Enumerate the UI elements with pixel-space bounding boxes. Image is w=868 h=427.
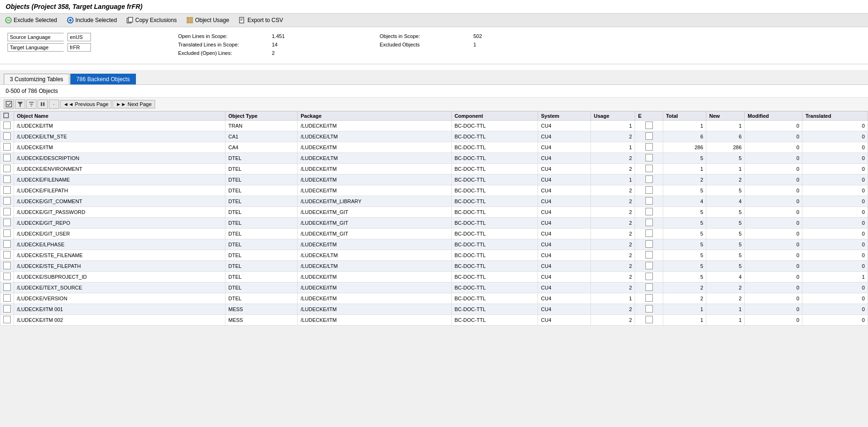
row-excluded-cell[interactable] bbox=[635, 131, 663, 142]
row-checkbox-cell[interactable] bbox=[0, 293, 14, 304]
table-row[interactable]: /LUDECKE/ITM 002MESS/LUDECKE/ITMBC-DOC-T… bbox=[0, 315, 868, 326]
row-excluded-cell[interactable] bbox=[635, 293, 663, 304]
row-excluded-cell[interactable] bbox=[635, 229, 663, 239]
table-row[interactable]: /LUDECKE/ITMCA4/LUDECKE/ITMBC-DOC-TTLCU4… bbox=[0, 142, 868, 153]
row-checkbox[interactable] bbox=[3, 122, 11, 129]
table-row[interactable]: /LUDECKE/GIT_COMMENTDTEL/LUDECKE/ITM_LIB… bbox=[0, 196, 868, 207]
excluded-checkbox[interactable] bbox=[645, 262, 653, 269]
row-checkbox[interactable] bbox=[3, 165, 11, 172]
row-excluded-cell[interactable] bbox=[635, 250, 663, 261]
row-excluded-cell[interactable] bbox=[635, 304, 663, 315]
row-excluded-cell[interactable] bbox=[635, 282, 663, 293]
excluded-checkbox[interactable] bbox=[645, 251, 653, 259]
row-excluded-cell[interactable] bbox=[635, 218, 663, 229]
excluded-checkbox[interactable] bbox=[645, 283, 653, 291]
row-excluded-cell[interactable] bbox=[635, 121, 663, 131]
table-row[interactable]: /LUDECKE/ITMTRAN/LUDECKE/ITMBC-DOC-TTLCU… bbox=[0, 121, 868, 131]
table-filter2-btn[interactable] bbox=[26, 99, 37, 109]
table-row[interactable]: /LUDECKE/GIT_REPODTEL/LUDECKE/ITM_GITBC-… bbox=[0, 218, 868, 229]
row-checkbox-cell[interactable] bbox=[0, 142, 14, 153]
include-selected-button[interactable]: Include Selected bbox=[66, 16, 118, 24]
table-row[interactable]: /LUDECKE/DESCRIPTIONDTEL/LUDECKE/LTMBC-D… bbox=[0, 153, 868, 164]
row-checkbox-cell[interactable] bbox=[0, 304, 14, 315]
row-checkbox[interactable] bbox=[3, 186, 11, 194]
table-row[interactable]: /LUDECKE/SUBPROJECT_IDDTEL/LUDECKE/ITMBC… bbox=[0, 272, 868, 282]
row-checkbox-cell[interactable] bbox=[0, 229, 14, 239]
excluded-checkbox[interactable] bbox=[645, 154, 653, 161]
excluded-checkbox[interactable] bbox=[645, 122, 653, 129]
row-checkbox-cell[interactable] bbox=[0, 315, 14, 326]
table-row[interactable]: /LUDECKE/LTM_STECA1/LUDECKE/LTMBC-DOC-TT… bbox=[0, 131, 868, 142]
row-checkbox[interactable] bbox=[3, 251, 11, 259]
excluded-checkbox[interactable] bbox=[645, 240, 653, 248]
row-excluded-cell[interactable] bbox=[635, 272, 663, 282]
table-row[interactable]: /LUDECKE/LPHASEDTEL/LUDECKE/ITMBC-DOC-TT… bbox=[0, 239, 868, 250]
row-excluded-cell[interactable] bbox=[635, 142, 663, 153]
excluded-checkbox[interactable] bbox=[645, 229, 653, 237]
row-excluded-cell[interactable] bbox=[635, 315, 663, 326]
row-checkbox-cell[interactable] bbox=[0, 218, 14, 229]
copy-exclusions-button[interactable]: Copy Exclusions bbox=[125, 16, 178, 24]
row-checkbox-cell[interactable] bbox=[0, 207, 14, 218]
table-pause-btn[interactable] bbox=[37, 99, 48, 109]
row-excluded-cell[interactable] bbox=[635, 153, 663, 164]
excluded-checkbox[interactable] bbox=[645, 197, 653, 205]
table-row[interactable]: /LUDECKE/STE_FILENAMEDTEL/LUDECKE/LTMBC-… bbox=[0, 250, 868, 261]
row-checkbox-cell[interactable] bbox=[0, 175, 14, 185]
row-checkbox[interactable] bbox=[3, 273, 11, 280]
excluded-checkbox[interactable] bbox=[645, 132, 653, 140]
tab-backend-objects[interactable]: 786 Backend Objects bbox=[70, 74, 136, 84]
excluded-checkbox[interactable] bbox=[645, 273, 653, 280]
table-row[interactable]: /LUDECKE/STE_FILEPATHDTEL/LUDECKE/LTMBC-… bbox=[0, 261, 868, 272]
exclude-selected-button[interactable]: Exclude Selected bbox=[4, 16, 58, 24]
table-row[interactable]: /LUDECKE/VERSIONDTEL/LUDECKE/ITMBC-DOC-T… bbox=[0, 293, 868, 304]
table-row[interactable]: /LUDECKE/GIT_PASSWORDDTEL/LUDECKE/ITM_GI… bbox=[0, 207, 868, 218]
row-checkbox-cell[interactable] bbox=[0, 164, 14, 175]
row-checkbox[interactable] bbox=[3, 262, 11, 269]
tab-customizing-tables[interactable]: 3 Customizing Tables bbox=[4, 74, 69, 84]
row-checkbox-cell[interactable] bbox=[0, 282, 14, 293]
table-select-all-btn[interactable] bbox=[4, 99, 14, 109]
excluded-checkbox[interactable] bbox=[645, 219, 653, 226]
excluded-checkbox[interactable] bbox=[645, 186, 653, 194]
excluded-checkbox[interactable] bbox=[645, 208, 653, 215]
export-csv-button[interactable]: Export to CSV bbox=[238, 16, 284, 24]
row-checkbox-cell[interactable] bbox=[0, 185, 14, 196]
row-checkbox-cell[interactable] bbox=[0, 153, 14, 164]
row-checkbox[interactable] bbox=[3, 143, 11, 151]
table-row[interactable]: /LUDECKE/ENVIRONMENTDTEL/LUDECKE/ITMBC-D… bbox=[0, 164, 868, 175]
row-checkbox-cell[interactable] bbox=[0, 261, 14, 272]
excluded-checkbox[interactable] bbox=[645, 165, 653, 172]
row-checkbox[interactable] bbox=[3, 132, 11, 140]
row-excluded-cell[interactable] bbox=[635, 164, 663, 175]
row-checkbox[interactable] bbox=[3, 175, 11, 183]
table-row[interactable]: /LUDECKE/TEXT_SOURCEDTEL/LUDECKE/ITMBC-D… bbox=[0, 282, 868, 293]
row-checkbox-cell[interactable] bbox=[0, 250, 14, 261]
excluded-checkbox[interactable] bbox=[645, 316, 653, 323]
row-checkbox[interactable] bbox=[3, 208, 11, 215]
object-usage-button[interactable]: Object Usage bbox=[185, 16, 230, 24]
row-checkbox[interactable] bbox=[3, 197, 11, 205]
row-checkbox-cell[interactable] bbox=[0, 196, 14, 207]
row-checkbox[interactable] bbox=[3, 283, 11, 291]
row-excluded-cell[interactable] bbox=[635, 207, 663, 218]
row-checkbox[interactable] bbox=[3, 305, 11, 313]
excluded-checkbox[interactable] bbox=[645, 175, 653, 183]
prev-page-button[interactable]: ◄◄ Previous Page bbox=[60, 100, 112, 108]
table-filter-btn[interactable] bbox=[15, 99, 25, 109]
row-checkbox[interactable] bbox=[3, 219, 11, 226]
row-checkbox[interactable] bbox=[3, 240, 11, 248]
excluded-checkbox[interactable] bbox=[645, 294, 653, 302]
row-excluded-cell[interactable] bbox=[635, 175, 663, 185]
row-excluded-cell[interactable] bbox=[635, 185, 663, 196]
row-checkbox[interactable] bbox=[3, 316, 11, 323]
table-row[interactable]: /LUDECKE/GIT_USERDTEL/LUDECKE/ITM_GITBC-… bbox=[0, 229, 868, 239]
row-checkbox[interactable] bbox=[3, 154, 11, 161]
row-checkbox-cell[interactable] bbox=[0, 272, 14, 282]
row-excluded-cell[interactable] bbox=[635, 239, 663, 250]
table-row[interactable]: /LUDECKE/FILEPATHDTEL/LUDECKE/ITMBC-DOC-… bbox=[0, 185, 868, 196]
row-excluded-cell[interactable] bbox=[635, 196, 663, 207]
row-checkbox-cell[interactable] bbox=[0, 131, 14, 142]
next-page-button[interactable]: ►► Next Page bbox=[112, 100, 155, 108]
row-checkbox[interactable] bbox=[3, 294, 11, 302]
